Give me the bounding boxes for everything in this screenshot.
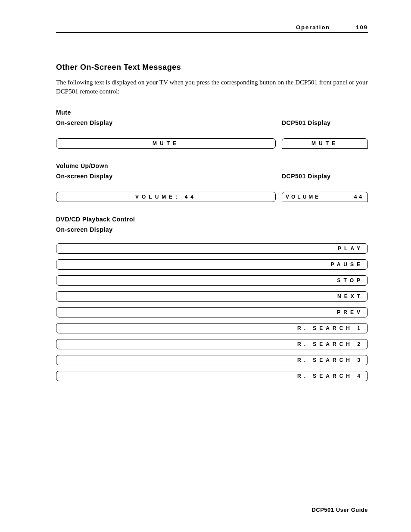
osd-label: On-screen Display — [56, 226, 368, 233]
volume-column-labels: On-screen Display DCP501 Display — [56, 173, 368, 180]
mute-row: MUTE MUTE — [56, 138, 368, 149]
dcp-label: DCP501 Display — [282, 173, 368, 180]
page: Operation 109 Other On-Screen Text Messa… — [0, 0, 411, 532]
osd-text: PREV — [337, 309, 363, 315]
osd-display-box: MUTE — [56, 138, 276, 149]
dcp-text-left: VOLUME — [286, 194, 321, 200]
dcp-text: MUTE — [311, 140, 338, 146]
osd-text: R. SEARCH 3 — [297, 357, 363, 363]
page-header: Operation 109 — [56, 24, 368, 33]
playback-heading: DVD/CD Playback Control — [56, 216, 368, 223]
mute-column-labels: On-screen Display DCP501 Display — [56, 119, 368, 126]
volume-heading: Volume Up/Down — [56, 162, 368, 169]
footer-text: DCP501 User Guide — [311, 507, 368, 513]
mute-heading: Mute — [56, 109, 368, 116]
osd-display-box: NEXT — [56, 291, 368, 302]
osd-text: PLAY — [338, 246, 363, 252]
dcp-text-right: 44 — [354, 194, 364, 200]
osd-text: MUTE — [153, 140, 179, 146]
osd-display-box: PLAY — [56, 243, 368, 254]
osd-label: On-screen Display — [56, 173, 280, 180]
osd-text: R. SEARCH 2 — [297, 341, 363, 347]
osd-text: VOLUME: 44 — [135, 194, 196, 200]
dcp-display-box: VOLUME 44 — [282, 192, 368, 202]
dcp-display-box: MUTE — [282, 138, 368, 149]
osd-text: PAUSE — [331, 261, 363, 268]
header-section: Operation — [296, 24, 330, 31]
osd-text: R. SEARCH 4 — [297, 373, 363, 379]
intro-paragraph: The following text is displayed on your … — [56, 78, 368, 96]
osd-text: STOP — [337, 277, 363, 283]
osd-display-box: VOLUME: 44 — [56, 192, 276, 202]
playback-list: PLAY PAUSE STOP NEXT PREV R. SEARCH 1 R.… — [56, 243, 368, 381]
osd-display-box: R. SEARCH 1 — [56, 323, 368, 333]
header-page-number: 109 — [356, 24, 368, 31]
osd-display-box: R. SEARCH 4 — [56, 371, 368, 381]
osd-text: NEXT — [337, 293, 363, 299]
osd-text: R. SEARCH 1 — [297, 325, 363, 331]
osd-display-box: PREV — [56, 307, 368, 317]
dcp-label: DCP501 Display — [282, 119, 368, 126]
osd-display-box: PAUSE — [56, 259, 368, 270]
volume-row: VOLUME: 44 VOLUME 44 — [56, 192, 368, 202]
osd-label: On-screen Display — [56, 119, 280, 126]
section-title: Other On-Screen Text Messages — [56, 63, 368, 72]
osd-display-box: R. SEARCH 2 — [56, 339, 368, 349]
osd-display-box: R. SEARCH 3 — [56, 355, 368, 365]
osd-display-box: STOP — [56, 275, 368, 286]
